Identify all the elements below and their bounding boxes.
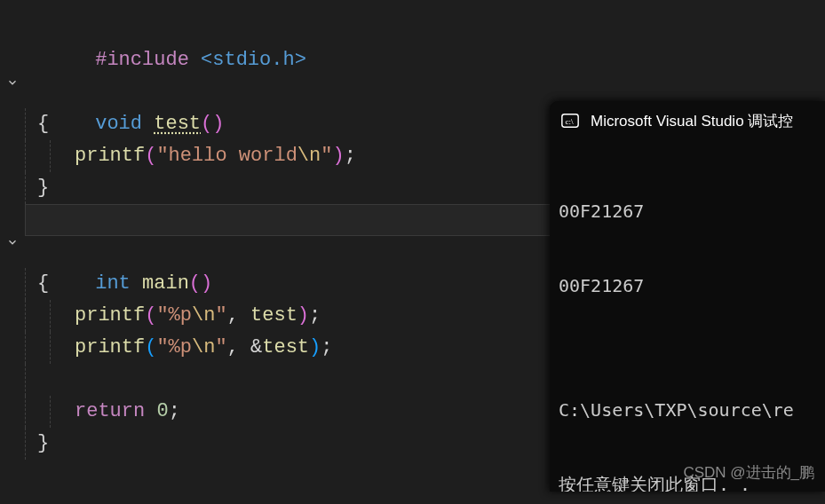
token-brace: {	[37, 272, 49, 295]
token-escape: \n	[297, 145, 321, 167]
token-escape: \n	[192, 336, 215, 358]
token-escape: \n	[192, 304, 215, 327]
chevron-down-icon[interactable]	[6, 76, 19, 89]
token-paren: )	[297, 304, 309, 327]
token-string: "	[321, 145, 332, 167]
fold-gutter[interactable]	[0, 76, 25, 89]
terminal-icon: c:\	[560, 111, 580, 130]
console-titlebar[interactable]: c:\ Microsoft Visual Studio 调试控	[550, 101, 825, 140]
token-semicolon: ;	[321, 336, 332, 358]
token-identifier: test	[250, 304, 297, 327]
token-number: 0	[156, 400, 168, 422]
token-comma: ,	[227, 336, 250, 358]
token-keyword: int	[95, 272, 131, 295]
token-function-call: printf	[75, 145, 145, 167]
console-line: C:\Users\TXP\source\re	[559, 398, 816, 422]
token-function-def: main	[142, 272, 189, 295]
token-paren: )	[309, 336, 321, 358]
token-operator: &	[250, 336, 262, 358]
token-string: "hello world	[156, 145, 297, 167]
token-brace: }	[37, 432, 49, 454]
console-line: 00F21267	[559, 273, 816, 298]
chevron-down-icon[interactable]	[6, 236, 19, 248]
console-line: 00F21267	[559, 199, 816, 224]
token-semicolon: ;	[345, 145, 356, 167]
console-title: Microsoft Visual Studio 调试控	[591, 111, 793, 131]
token-paren: (	[145, 145, 156, 167]
watermark-text: CSDN @进击的_鹏	[683, 462, 814, 483]
token-function-call: printf	[75, 336, 145, 358]
svg-text:c:\: c:\	[566, 117, 575, 126]
token-preprocessor: #include	[95, 49, 189, 71]
token-string: "%p	[156, 336, 192, 358]
token-semicolon: ;	[169, 400, 180, 422]
token-string: "	[215, 336, 226, 358]
token-string: "	[215, 304, 226, 327]
token-keyword: return	[75, 400, 145, 422]
token-brace: }	[37, 177, 49, 199]
token-paren: (	[201, 113, 212, 135]
token-brace: {	[37, 113, 49, 135]
token-comma: ,	[227, 304, 250, 327]
token-paren: )	[332, 145, 344, 167]
token-function-call: printf	[75, 304, 145, 327]
code-line[interactable]: #include <stdio.h>	[0, 12, 825, 44]
token-semicolon: ;	[309, 304, 321, 327]
token-include-header: <stdio.h>	[201, 49, 306, 71]
token-identifier: test	[262, 336, 309, 358]
token-paren: )	[201, 272, 212, 295]
token-paren: (	[189, 272, 201, 295]
token-keyword: void	[95, 113, 142, 135]
token-function-def: test	[154, 113, 201, 135]
token-paren: (	[145, 336, 156, 358]
console-output[interactable]: 00F21267 00F21267 C:\Users\TXP\source\re…	[550, 140, 825, 492]
token-string: "%p	[156, 304, 192, 327]
token-paren: (	[145, 304, 156, 327]
token-paren: )	[212, 113, 224, 135]
debug-console-window[interactable]: c:\ Microsoft Visual Studio 调试控 00F21267…	[550, 101, 825, 492]
fold-gutter[interactable]	[0, 236, 25, 248]
